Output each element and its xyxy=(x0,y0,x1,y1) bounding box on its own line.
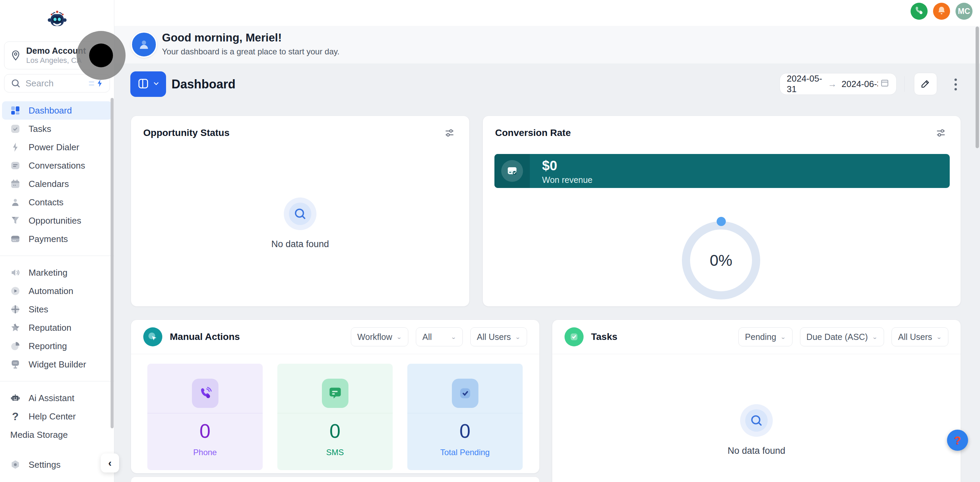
opportunity-status-card: Opportunity Status No data found xyxy=(130,116,469,307)
sidebar-item-media-storage[interactable]: Media Storage xyxy=(2,426,112,444)
main-scrollbar[interactable] xyxy=(975,27,979,148)
sidebar-collapse-button[interactable]: ‹ xyxy=(101,453,119,472)
person-icon xyxy=(10,197,21,208)
manual-actions-phone-tile[interactable]: 0 Phone xyxy=(147,364,263,470)
help-button[interactable]: ? xyxy=(947,430,968,451)
pencil-icon xyxy=(920,78,931,90)
greeting-subtitle: Your dashboard is a great place to start… xyxy=(162,47,340,56)
won-revenue-label: Won revenue xyxy=(542,175,592,185)
won-revenue-banner: $0 Won revenue xyxy=(495,154,950,188)
card-title: Tasks xyxy=(591,331,617,342)
empty-state: No data found xyxy=(131,198,469,249)
sidebar-item-contacts[interactable]: Contacts xyxy=(2,193,112,211)
filter-sliders-icon[interactable] xyxy=(933,125,948,140)
arrow-right-icon: → xyxy=(828,79,837,89)
edit-dashboard-button[interactable] xyxy=(914,73,937,95)
total-pending-count: 0 xyxy=(407,419,523,442)
sidebar-nav-secondary: Marketing Automation Sites Reputation Re… xyxy=(0,263,114,374)
star-icon xyxy=(10,322,21,333)
no-data-text: No data found xyxy=(131,239,469,249)
brand-logo xyxy=(0,0,114,40)
empty-state: No data found xyxy=(552,404,961,456)
sidebar-item-ai-assistant[interactable]: Ai Assistant xyxy=(2,389,112,407)
sidebar-item-widget-builder[interactable]: Widget Builder xyxy=(2,355,112,374)
card-title: Opportunity Status xyxy=(143,127,230,138)
greeting-text: Good morning, Meriel! xyxy=(162,31,282,44)
chevron-down-icon: ⌄ xyxy=(396,333,402,340)
manual-actions-cursor-icon xyxy=(143,327,162,346)
question-mark-icon: ? xyxy=(10,411,21,422)
toolbar-divider xyxy=(904,76,905,92)
sidebar-item-dashboard[interactable]: Dashboard xyxy=(2,101,112,120)
robot-logo-icon xyxy=(47,10,68,30)
calendar-icon xyxy=(880,78,889,90)
users-filter-dropdown[interactable]: All Users ⌄ xyxy=(891,327,948,346)
sidebar-item-reputation[interactable]: Reputation xyxy=(2,319,112,337)
manual-actions-sms-tile[interactable]: 0 SMS xyxy=(277,364,393,470)
sidebar-item-power-dialer[interactable]: Power Dialer xyxy=(2,138,112,156)
more-options-button[interactable] xyxy=(949,74,962,95)
sort-filter-dropdown[interactable]: Due Date (ASC) ⌄ xyxy=(800,327,884,346)
search-box xyxy=(4,74,110,92)
account-name: Demo Account xyxy=(26,46,86,56)
wallet-check-icon xyxy=(501,160,523,182)
filter-sliders-icon[interactable] xyxy=(442,125,457,140)
page-title: Dashboard xyxy=(172,71,235,97)
sidebar-item-tasks[interactable]: Tasks xyxy=(2,120,112,138)
sidebar-scrollbar[interactable] xyxy=(111,98,114,428)
dashboard-switcher-button[interactable] xyxy=(130,71,166,97)
chat-lines-icon xyxy=(10,160,21,171)
megaphone-icon xyxy=(10,267,21,278)
chevron-down-icon: ⌄ xyxy=(515,333,520,340)
dashboard-content: Dashboard 2024-05-31 → 2024-06-30 Opport… xyxy=(115,64,980,482)
tasks-check-icon xyxy=(10,123,21,135)
workflow-filter-dropdown[interactable]: Workflow ⌄ xyxy=(351,327,408,346)
chevron-down-icon: ⌄ xyxy=(450,333,456,340)
type-filter-dropdown[interactable]: All ⌄ xyxy=(416,327,463,346)
account-location: Los Angeles, CA xyxy=(26,56,86,65)
sidebar-item-sites[interactable]: Sites xyxy=(2,300,112,319)
phone-call-icon xyxy=(192,379,218,408)
sms-count: 0 xyxy=(277,419,393,442)
account-switcher[interactable]: Demo Account Los Angeles, CA xyxy=(4,41,110,69)
sidebar-item-reporting[interactable]: Reporting xyxy=(2,337,112,355)
funnel-icon xyxy=(10,215,21,227)
sidebar-item-marketing[interactable]: Marketing xyxy=(2,263,112,282)
app-root: Demo Account Los Angeles, CA Dashboard T… xyxy=(0,0,980,482)
sidebar-item-calendars[interactable]: Calendars xyxy=(2,175,112,193)
sidebar-item-settings[interactable]: Settings xyxy=(2,455,112,474)
conversion-percent: 0% xyxy=(710,251,732,270)
tasks-check-circle-icon xyxy=(565,327,584,346)
status-filter-dropdown[interactable]: Pending ⌄ xyxy=(738,327,792,346)
manual-actions-total-pending-tile[interactable]: 0 Total Pending xyxy=(407,364,523,470)
search-input[interactable] xyxy=(25,78,85,89)
calendar-icon xyxy=(10,178,21,190)
phone-button[interactable] xyxy=(911,3,928,20)
search-icon xyxy=(10,78,21,89)
sidebar-item-payments[interactable]: Payments xyxy=(2,230,112,248)
chevron-left-icon: ‹ xyxy=(108,457,111,469)
sidebar-item-conversations[interactable]: Conversations xyxy=(2,156,112,175)
sidebar-item-automation[interactable]: Automation xyxy=(2,282,112,300)
phone-label: Phone xyxy=(147,448,263,457)
chevron-down-icon xyxy=(153,80,160,88)
dashboard-grid-icon xyxy=(10,105,21,116)
sidebar-item-help-center[interactable]: ? Help Center xyxy=(2,407,112,426)
help-question-icon: ? xyxy=(954,434,961,447)
sidebar-item-opportunities[interactable]: Opportunities xyxy=(2,211,112,230)
sidebar-divider xyxy=(0,255,114,256)
no-data-search-icon xyxy=(284,198,317,230)
main-area: MC Good morning, Meriel! Your dashboard … xyxy=(115,0,980,482)
date-range-picker[interactable]: 2024-05-31 → 2024-06-30 xyxy=(780,73,897,95)
gear-icon xyxy=(10,459,21,471)
lightning-icon xyxy=(10,141,21,153)
user-avatar[interactable]: MC xyxy=(956,3,972,20)
chevron-down-icon: ⌄ xyxy=(780,333,786,340)
pie-chart-icon xyxy=(10,340,21,352)
card-title: Manual Actions xyxy=(170,331,240,342)
users-filter-dropdown[interactable]: All Users ⌄ xyxy=(470,327,527,346)
quick-actions-bolt-icon[interactable] xyxy=(89,79,104,88)
manual-actions-card: Manual Actions Workflow ⌄ All ⌄ All User… xyxy=(130,320,540,474)
globe-icon xyxy=(10,304,21,315)
notifications-button[interactable] xyxy=(933,3,950,20)
